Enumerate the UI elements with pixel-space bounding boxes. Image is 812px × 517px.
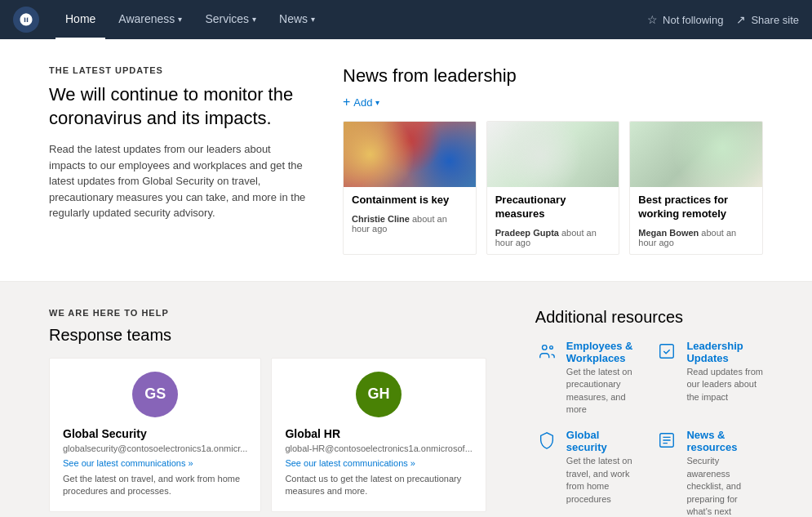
resource-desc: Get the latest on travel, and work from …	[566, 455, 643, 506]
resource-item[interactable]: Global security Get the latest on travel…	[535, 429, 643, 517]
add-news-button[interactable]: + Add ▾	[343, 95, 379, 109]
team-avatar: GH	[356, 372, 402, 417]
latest-updates-body: Read the latest updates from our leaders…	[49, 141, 310, 221]
team-card[interactable]: GH Global HR global-HR@contosoelectronic…	[271, 358, 486, 512]
share-site-button[interactable]: ↗ Share site	[736, 13, 799, 26]
team-desc: Contact us to get the latest on precauti…	[285, 473, 472, 498]
chevron-down-icon: ▾	[375, 98, 379, 107]
news-card-title: Best practices for working remotely	[638, 194, 754, 221]
team-name: Global Security	[63, 427, 247, 440]
news-card-author: Christie Cline about an hour ago	[352, 214, 468, 234]
top-section: THE LATEST UPDATES We will continue to m…	[0, 39, 812, 282]
team-desc: Get the latest on travel, and work from …	[63, 473, 247, 498]
additional-resources-column: Additional resources Employees & Workpla…	[535, 308, 763, 517]
team-card[interactable]: GS Global Security globalsecurity@contos…	[49, 358, 261, 512]
employees-icon	[535, 340, 558, 363]
chevron-down-icon: ▾	[311, 15, 315, 24]
share-icon: ↗	[736, 13, 746, 26]
news-card[interactable]: Precautionary measures Pradeep Gupta abo…	[486, 121, 620, 255]
news-cards: Containment is key Christie Cline about …	[343, 121, 763, 255]
news-card-image	[487, 122, 619, 187]
resource-item[interactable]: Leadership Updates Read updates from our…	[655, 340, 763, 417]
resource-item[interactable]: Employees & Workplaces Get the latest on…	[535, 340, 643, 417]
news-card[interactable]: Best practices for working remotely Mega…	[629, 121, 763, 255]
response-teams-column: WE ARE HERE TO HELP Response teams GS Gl…	[49, 308, 486, 517]
news-card-title: Precautionary measures	[495, 194, 611, 221]
additional-resources-title: Additional resources	[535, 308, 763, 327]
news-card-author: Pradeep Gupta about an hour ago	[495, 228, 611, 247]
chevron-down-icon: ▾	[178, 15, 182, 24]
news-resources-icon	[655, 429, 678, 452]
resource-desc: Security awareness checklist, and prepar…	[686, 455, 763, 517]
resources-grid: Employees & Workplaces Get the latest on…	[535, 340, 763, 517]
we-are-here-label: WE ARE HERE TO HELP	[49, 308, 486, 318]
global-security-icon	[535, 429, 558, 452]
main-content: THE LATEST UPDATES We will continue to m…	[0, 39, 812, 517]
resource-item[interactable]: News & resources Security awareness chec…	[655, 429, 763, 517]
news-section: News from leadership + Add ▾ Containment…	[343, 65, 763, 255]
not-following-button[interactable]: ☆ Not following	[647, 13, 723, 26]
nav-links: Home Awareness ▾ Services ▾ News ▾	[55, 0, 647, 39]
resource-title[interactable]: Leadership Updates	[686, 340, 763, 364]
latest-updates-panel: THE LATEST UPDATES We will continue to m…	[49, 65, 310, 255]
nav-home[interactable]: Home	[55, 0, 105, 39]
resource-desc: Get the latest on precautionary measures…	[566, 366, 643, 417]
nav-news[interactable]: News ▾	[269, 0, 325, 39]
svg-rect-2	[660, 345, 674, 359]
latest-updates-label: THE LATEST UPDATES	[49, 65, 310, 75]
nav-bar: Home Awareness ▾ Services ▾ News ▾ ☆ Not…	[0, 0, 812, 39]
news-card[interactable]: Containment is key Christie Cline about …	[343, 121, 477, 255]
leadership-icon	[655, 340, 678, 363]
team-email: global-HR@contosoelectronics1a.onmicroso…	[285, 443, 472, 453]
teams-grid: GS Global Security globalsecurity@contos…	[49, 358, 486, 517]
latest-updates-heading: We will continue to monitor the coronavi…	[49, 83, 310, 130]
news-card-image	[344, 122, 476, 187]
resource-title[interactable]: News & resources	[686, 429, 763, 453]
news-heading: News from leadership	[343, 65, 763, 87]
team-link[interactable]: See our latest communications »	[63, 458, 247, 468]
team-avatar: GS	[132, 372, 178, 417]
news-card-image	[630, 122, 762, 187]
news-card-title: Containment is key	[352, 194, 468, 207]
team-email: globalsecurity@contosoelectronics1a.onmi…	[63, 443, 247, 453]
news-card-author: Megan Bowen about an hour ago	[638, 228, 754, 247]
nav-right: ☆ Not following ↗ Share site	[647, 13, 799, 26]
svg-point-1	[549, 345, 552, 349]
response-teams-title: Response teams	[49, 326, 486, 345]
resource-title[interactable]: Global security	[566, 429, 643, 453]
star-icon: ☆	[647, 13, 658, 26]
bottom-section: WE ARE HERE TO HELP Response teams GS Gl…	[0, 282, 812, 517]
chevron-down-icon: ▾	[252, 15, 256, 24]
svg-point-0	[542, 345, 547, 350]
site-logo[interactable]	[13, 7, 39, 33]
nav-services[interactable]: Services ▾	[195, 0, 266, 39]
resource-desc: Read updates from our leaders about the …	[686, 366, 763, 403]
team-link[interactable]: See our latest communications »	[285, 458, 472, 468]
resource-title[interactable]: Employees & Workplaces	[566, 340, 643, 364]
plus-icon: +	[343, 95, 350, 109]
nav-awareness[interactable]: Awareness ▾	[109, 0, 192, 39]
team-name: Global HR	[285, 427, 472, 440]
